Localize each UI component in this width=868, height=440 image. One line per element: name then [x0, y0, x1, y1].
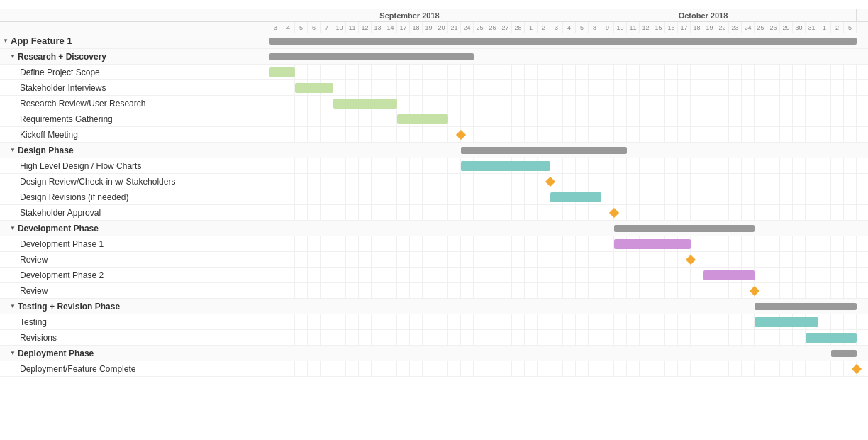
day-cell: 31 [806, 22, 818, 33]
task-row: Testing [0, 314, 269, 330]
collapse-triangle[interactable]: ▼ [10, 303, 16, 309]
day-cell: 17 [678, 22, 691, 33]
task-row: Research Review/User Research [0, 96, 269, 111]
day-cell: 24 [461, 22, 474, 33]
gantt-bar [333, 99, 397, 109]
task-label: Review [20, 255, 48, 265]
day-cell: 3 [550, 22, 563, 33]
task-label: Stakeholder Interviews [20, 83, 106, 93]
gantt-row [269, 221, 868, 236]
task-label-area: ▼App Feature 1▼Research + DiscoveryDefin… [0, 33, 269, 377]
gantt-row [269, 361, 868, 377]
task-row: Revisions [0, 330, 269, 346]
task-row: Design Review/Check-in w/ Stakeholders [0, 174, 269, 189]
task-row: ▼Testing + Revision Phase [0, 299, 269, 314]
gantt-bar [269, 67, 295, 77]
gantt-row [269, 346, 868, 361]
task-row: Development Phase 1 [0, 236, 269, 252]
gantt-bar [550, 192, 601, 202]
collapse-triangle[interactable]: ▼ [10, 53, 16, 60]
gantt-row [269, 33, 868, 49]
collapse-triangle[interactable]: ▼ [3, 38, 9, 44]
task-list: ▼App Feature 1▼Research + DiscoveryDefin… [0, 9, 269, 440]
day-cell: 5 [295, 22, 308, 33]
task-row: ▼Deployment Phase [0, 346, 269, 361]
day-cell: 3 [269, 22, 282, 33]
gantt-row [269, 189, 868, 205]
day-cell: 8 [589, 22, 601, 33]
task-label: Revisions [20, 333, 57, 343]
task-row: Review [0, 283, 269, 299]
gantt-row [269, 158, 868, 174]
day-cell: 10 [614, 22, 627, 33]
page-title [0, 0, 868, 9]
task-row: Kickoff Meeting [0, 127, 269, 143]
task-row: Stakeholder Approval [0, 205, 269, 221]
day-cell: 10 [333, 22, 346, 33]
day-header: 3456710111213141718192021242526272812345… [269, 22, 868, 33]
task-label: Testing [20, 317, 47, 327]
gantt-bar [755, 303, 857, 310]
day-cell: 11 [627, 22, 640, 33]
task-label: Development Phase 2 [20, 270, 104, 280]
day-cell: 24 [742, 22, 755, 33]
gantt-diamond [609, 208, 619, 218]
task-row: ▼App Feature 1 [0, 33, 269, 49]
task-label: Review [20, 286, 48, 296]
day-cell: 18 [691, 22, 703, 33]
day-cell: 12 [640, 22, 652, 33]
task-label: Deployment Phase [18, 348, 94, 358]
day-cell: 17 [397, 22, 410, 33]
day-cell: 14 [384, 22, 397, 33]
gantt-bar-area [269, 33, 868, 377]
day-cell: 12 [359, 22, 372, 33]
gantt-row [269, 299, 868, 314]
task-label: Development Phase 1 [20, 239, 104, 249]
task-label: Requirements Gathering [20, 114, 113, 124]
day-cell: 9 [601, 22, 614, 33]
task-label: Define Project Scope [20, 67, 100, 77]
gantt-bar [703, 270, 755, 280]
day-cell: 18 [410, 22, 423, 33]
task-label: Stakeholder Approval [20, 208, 101, 218]
gantt-row [269, 283, 868, 299]
gantt-row [269, 174, 868, 189]
task-row: High Level Design / Flow Charts [0, 158, 269, 174]
gantt-diamond [456, 130, 466, 140]
gantt-row [269, 205, 868, 221]
task-label: Research Review/User Research [20, 99, 145, 109]
day-cell: 4 [563, 22, 576, 33]
gantt-bar [269, 38, 857, 45]
day-cell: 2 [831, 22, 844, 33]
collapse-triangle[interactable]: ▼ [10, 225, 16, 231]
day-cell: 6 [308, 22, 321, 33]
task-label: Design Review/Check-in w/ Stakeholders [20, 177, 175, 187]
collapse-triangle[interactable]: ▼ [10, 147, 16, 153]
day-cell: 23 [729, 22, 742, 33]
gantt-row [269, 80, 868, 96]
task-row: Review [0, 252, 269, 268]
gantt-row [269, 252, 868, 268]
gantt-bar [269, 53, 474, 60]
gantt-bar [295, 83, 333, 93]
day-cell: 11 [346, 22, 359, 33]
task-row: Deployment/Feature Complete [0, 361, 269, 377]
month-september: September 2018 [269, 9, 550, 21]
gantt-row [269, 49, 868, 65]
gantt-row [269, 65, 868, 80]
gantt-diamond [545, 177, 555, 187]
gantt-row [269, 236, 868, 252]
day-cell: 2 [538, 22, 550, 33]
gantt-row [269, 111, 868, 127]
day-cell: 21 [448, 22, 461, 33]
day-cell: 20 [435, 22, 448, 33]
task-row: Stakeholder Interviews [0, 80, 269, 96]
day-cell: 25 [755, 22, 767, 33]
collapse-triangle[interactable]: ▼ [10, 350, 16, 356]
task-row: ▼Research + Discovery [0, 49, 269, 65]
day-cell: 19 [423, 22, 435, 33]
day-cell: 1 [818, 22, 831, 33]
task-row: Development Phase 2 [0, 268, 269, 283]
day-cell: 28 [512, 22, 525, 33]
gantt-row [269, 330, 868, 346]
